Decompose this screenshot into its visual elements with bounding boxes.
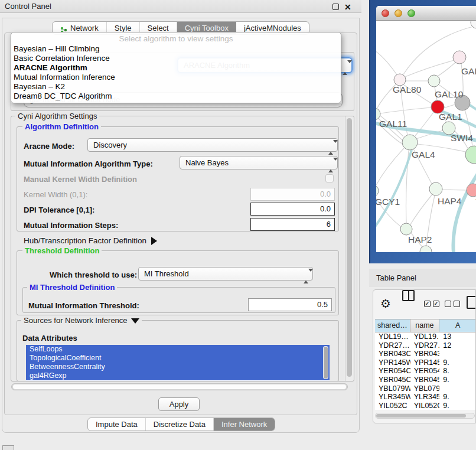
network-window-titlebar[interactable] bbox=[376, 6, 476, 21]
tab-infer-network[interactable]: Infer Network bbox=[214, 418, 275, 431]
table-cell[interactable]: YDR27… bbox=[375, 341, 410, 350]
document-icon[interactable] bbox=[467, 296, 476, 309]
uncheck-all-icon[interactable] bbox=[445, 301, 451, 307]
table-cell[interactable]: 12 bbox=[439, 341, 476, 350]
hub-definition-toggle[interactable]: Hub/Transcription Factor Definition bbox=[24, 236, 157, 245]
minimized-panel-icon[interactable] bbox=[2, 445, 14, 450]
table-cell[interactable]: YER054C bbox=[375, 367, 410, 376]
settings-vertical-scrollbar[interactable] bbox=[345, 116, 353, 381]
table-cell[interactable]: 8. bbox=[439, 367, 476, 376]
close-traffic-light-icon[interactable] bbox=[382, 9, 389, 17]
network-node[interactable] bbox=[400, 223, 412, 235]
table-cell[interactable]: YDR27… bbox=[410, 341, 440, 350]
column-header-third[interactable]: A bbox=[439, 319, 476, 332]
network-node[interactable] bbox=[376, 185, 379, 197]
table-cell[interactable]: YIL052C bbox=[410, 402, 440, 410]
table-cell[interactable]: YLR345W bbox=[375, 393, 410, 402]
popup-item-bayesian-hill-climbing[interactable]: Bayesian – Hill Climbing bbox=[11, 44, 341, 54]
attribute-item[interactable]: TopologicalCoefficient bbox=[26, 354, 330, 363]
table-cell[interactable]: YBR045C bbox=[410, 376, 440, 384]
table-row[interactable]: YDR27…YDR27…12 bbox=[375, 341, 476, 350]
dpi-tolerance-field[interactable]: 0.0 bbox=[250, 203, 335, 216]
network-edge[interactable] bbox=[376, 50, 397, 76]
table-cell[interactable]: YPR145W bbox=[375, 358, 410, 367]
table-cell[interactable]: YDL19… bbox=[410, 332, 440, 341]
table-row[interactable]: YBR045CYBR045C9. bbox=[375, 376, 476, 384]
table-row[interactable]: YIL052CYIL052C9. bbox=[375, 402, 476, 410]
manual-kernel-checkbox[interactable] bbox=[325, 174, 334, 182]
check-all-icon[interactable]: ✓ bbox=[424, 301, 431, 307]
attribute-item[interactable]: BetweennessCentrality bbox=[26, 363, 330, 371]
popup-item-bayesian-k2[interactable]: Bayesian – K2 bbox=[11, 82, 341, 92]
collapse-down-icon[interactable] bbox=[131, 318, 139, 324]
table-cell[interactable]: YLR345W bbox=[410, 393, 440, 402]
data-attributes-list[interactable]: SelfLoops TopologicalCoefficient Between… bbox=[26, 345, 330, 381]
apply-button[interactable]: Apply bbox=[158, 397, 200, 411]
sources-group-title[interactable]: Sources for Network Inference bbox=[21, 316, 142, 325]
network-canvas[interactable]: GALGAL80GAL10GAL1GAL11SWI4GAL4GCY1HAP4YH… bbox=[376, 21, 476, 252]
network-node[interactable] bbox=[465, 146, 476, 164]
float-window-icon[interactable] bbox=[332, 4, 339, 10]
network-edge[interactable] bbox=[453, 162, 476, 252]
gear-icon[interactable]: ⚙ bbox=[380, 296, 391, 311]
table-horizontal-scrollbar[interactable] bbox=[375, 413, 475, 419]
table-cell[interactable]: YER054C bbox=[410, 367, 440, 376]
network-edge[interactable] bbox=[442, 190, 467, 190]
mi-type-combo[interactable]: Naive Bayes bbox=[180, 156, 338, 169]
popup-item-mutual-information[interactable]: Mutual Information Inference bbox=[11, 73, 341, 82]
table-cell[interactable]: YDL19… bbox=[375, 332, 410, 341]
table-cell[interactable]: 9. bbox=[439, 393, 476, 402]
close-icon[interactable]: ✕ bbox=[344, 1, 351, 14]
network-edge[interactable] bbox=[444, 105, 455, 108]
table-cell[interactable]: 9. bbox=[439, 358, 476, 367]
table-row[interactable]: YER054CYER054C8. bbox=[375, 367, 476, 376]
tab-discretize-data[interactable]: Discretize Data bbox=[146, 418, 214, 431]
scrollbar-thumb[interactable] bbox=[376, 414, 466, 418]
zoom-traffic-light-icon[interactable] bbox=[407, 9, 415, 17]
table-cell[interactable] bbox=[439, 350, 476, 358]
minimize-traffic-light-icon[interactable] bbox=[395, 9, 402, 17]
table-row[interactable]: YBR043CYBR043C bbox=[375, 350, 476, 358]
attribute-item[interactable]: SelfLoops bbox=[26, 345, 330, 354]
split-columns-icon[interactable] bbox=[402, 290, 415, 301]
column-header-name[interactable]: name bbox=[410, 319, 440, 332]
network-node[interactable] bbox=[376, 108, 380, 120]
table-cell[interactable]: YPR145W bbox=[410, 358, 440, 367]
table-cell[interactable] bbox=[439, 384, 476, 393]
network-node[interactable] bbox=[467, 184, 476, 197]
attribute-item[interactable]: gal4RGexp bbox=[26, 371, 330, 380]
network-node[interactable] bbox=[402, 135, 418, 150]
table-cell[interactable]: 9. bbox=[439, 402, 476, 410]
popup-item-basic-correlation[interactable]: Basic Correlation Inference bbox=[11, 54, 341, 63]
scrollbar-thumb[interactable] bbox=[347, 118, 352, 377]
network-node[interactable] bbox=[394, 74, 406, 86]
kernel-width-field[interactable]: 0.0 bbox=[250, 188, 335, 201]
column-header-shared-name[interactable]: shared… bbox=[375, 319, 410, 332]
settings-horizontal-scrollbar[interactable] bbox=[11, 383, 348, 390]
table-cell[interactable]: YBL079W bbox=[375, 384, 410, 393]
table-row[interactable]: YPR145WYPR145W9. bbox=[375, 358, 476, 367]
table-row[interactable]: YLR345WYLR345W9. bbox=[375, 393, 476, 402]
attribute-list-scrollbar[interactable] bbox=[323, 346, 328, 379]
which-threshold-combo[interactable]: MI Threshold bbox=[138, 267, 313, 281]
network-canvas-container[interactable]: GALGAL80GAL10GAL1GAL11SWI4GAL4GCY1HAP4YH… bbox=[376, 21, 476, 252]
mi-steps-field[interactable]: 6 bbox=[250, 218, 335, 231]
network-node[interactable] bbox=[429, 182, 442, 195]
table-row[interactable]: YDL19…YDL19…13 bbox=[375, 332, 476, 341]
scrollbar-thumb[interactable] bbox=[324, 347, 328, 379]
table-cell[interactable]: YBR043C bbox=[410, 350, 440, 358]
check-all-icon-2[interactable]: ✓ bbox=[433, 301, 439, 307]
network-node[interactable] bbox=[453, 51, 466, 64]
network-edge[interactable] bbox=[410, 194, 432, 224]
popup-item-aracne[interactable]: ARACNE Algorithm bbox=[11, 63, 341, 73]
table-cell[interactable]: 13 bbox=[439, 332, 476, 341]
table-row[interactable]: YBL079WYBL079W bbox=[375, 384, 476, 393]
expand-right-icon[interactable] bbox=[151, 237, 157, 245]
popup-item-dream8[interactable]: Dream8 DC_TDC Algorithm bbox=[11, 92, 341, 101]
network-edge[interactable] bbox=[380, 107, 431, 113]
mi-threshold-field[interactable]: 0.5 bbox=[248, 298, 332, 311]
uncheck-all-icon-2[interactable] bbox=[454, 301, 460, 307]
table-cell[interactable]: YBR045C bbox=[375, 376, 410, 384]
table-cell[interactable]: 9. bbox=[439, 376, 476, 384]
table-cell[interactable]: YIL052C bbox=[375, 402, 410, 410]
